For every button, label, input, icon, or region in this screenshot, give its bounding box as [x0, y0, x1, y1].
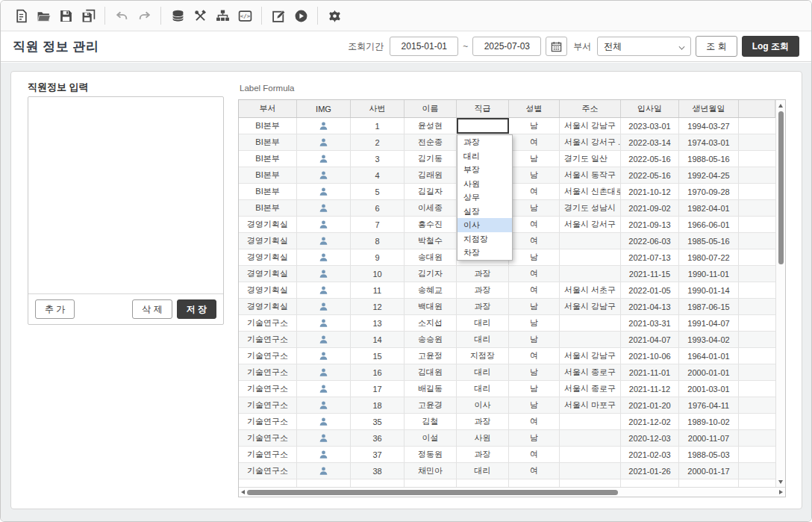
cell-name[interactable]: 고윤경 — [405, 397, 457, 413]
cell-birth_date[interactable]: 1988-05-03 — [679, 447, 739, 462]
cell-name[interactable]: 김철 — [405, 414, 457, 429]
cell-address[interactable]: 서울시 서초구 — [560, 282, 621, 298]
cell-birth_date[interactable]: 1993-04-02 — [679, 332, 739, 347]
scroll-down-arrow-icon[interactable] — [778, 480, 783, 484]
column-header-hire_date[interactable]: 입사일 — [621, 100, 679, 117]
cell-position[interactable]: 지점장 — [457, 348, 509, 364]
cell-id[interactable]: 1 — [351, 118, 405, 134]
cell-address[interactable]: 서울시 강서구 ... — [560, 134, 621, 150]
redo-icon[interactable] — [133, 4, 155, 27]
cell-hire_date[interactable]: 2021-09-02 — [621, 200, 679, 216]
column-header-id[interactable]: 사번 — [351, 100, 405, 117]
column-header-img[interactable]: IMG — [297, 100, 351, 117]
cell-img[interactable] — [297, 151, 351, 167]
cell-id[interactable]: 8 — [351, 233, 405, 249]
cell-dept[interactable]: 기술연구소 — [239, 414, 297, 429]
cell-img[interactable] — [297, 414, 351, 429]
edit-icon[interactable] — [267, 4, 290, 27]
cell-id[interactable]: 6 — [351, 200, 405, 216]
cell-address[interactable] — [560, 414, 621, 429]
cell-name[interactable]: 송승원 — [405, 332, 457, 347]
cell-birth_date[interactable]: 1974-03-01 — [679, 134, 739, 150]
cell-position[interactable]: 과장 — [457, 414, 509, 429]
cell-hire_date[interactable]: 2021-01-26 — [621, 463, 679, 479]
cell-address[interactable]: 서울시 강남구 — [560, 299, 621, 314]
cell-gender[interactable]: 남 — [509, 249, 560, 265]
cell-position[interactable]: 대리 — [457, 315, 509, 331]
cell-img[interactable] — [297, 364, 351, 380]
cell-id[interactable]: 12 — [351, 299, 405, 314]
scroll-up-arrow-icon[interactable] — [778, 104, 783, 108]
cell-name[interactable]: 이설 — [405, 430, 457, 446]
dropdown-item[interactable]: 부장 — [457, 163, 512, 177]
cell-name[interactable]: 송대원 — [405, 249, 457, 265]
cell-dept[interactable]: BI본부 — [239, 151, 297, 167]
cell-id[interactable]: 10 — [351, 266, 405, 282]
cell-name[interactable]: 김기동 — [405, 151, 457, 167]
cell-name[interactable]: 정동원 — [405, 447, 457, 462]
cell-id[interactable]: 37 — [351, 447, 405, 462]
cell-gender[interactable]: 남 — [509, 167, 560, 183]
dropdown-item[interactable]: 이사 — [457, 218, 512, 232]
cell-gender[interactable]: 여 — [509, 134, 560, 150]
cell-hire_date[interactable]: 2022-06-03 — [621, 233, 679, 249]
dropdown-item[interactable]: 상무 — [457, 190, 512, 205]
cell-hire_date[interactable]: 2023-03-01 — [621, 118, 679, 134]
cell-position[interactable]: 이사 — [457, 397, 509, 413]
cell-address[interactable] — [560, 249, 621, 265]
cell-dept[interactable]: BI본부 — [239, 118, 297, 134]
cell-name[interactable]: 채민아 — [405, 463, 457, 479]
cell-id[interactable]: 3 — [351, 151, 405, 167]
cell-hire_date[interactable]: 2021-02-03 — [621, 447, 679, 462]
dropdown-item[interactable]: 차장 — [457, 246, 512, 260]
log-search-button[interactable]: Log 조회 — [742, 36, 799, 57]
new-document-icon[interactable] — [10, 4, 32, 27]
cell-hire_date[interactable]: 2021-11-01 — [621, 364, 679, 380]
cell-hire_date[interactable]: 2021-10-12 — [621, 184, 679, 199]
cell-gender[interactable]: 여 — [509, 266, 560, 282]
cell-hire_date[interactable]: 2021-07-13 — [621, 249, 679, 265]
cell-dept[interactable]: BI본부 — [239, 200, 297, 216]
cell-id[interactable]: 4 — [351, 167, 405, 183]
cell-gender[interactable]: 여 — [509, 414, 560, 429]
cell-address[interactable]: 서울시 종로구 — [560, 381, 621, 397]
cell-dept[interactable]: 기술연구소 — [239, 447, 297, 462]
cell-dept[interactable]: 기술연구소 — [239, 348, 297, 364]
dropdown-item[interactable]: 대리 — [457, 149, 512, 164]
date-from-input[interactable] — [390, 37, 458, 56]
cell-dept[interactable]: 경영기획실 — [239, 299, 297, 314]
cell-name[interactable]: 김래원 — [405, 167, 457, 183]
cell-img[interactable] — [297, 299, 351, 314]
cell-gender[interactable]: 남 — [509, 151, 560, 167]
cell-address[interactable]: 경기도 일산 — [560, 151, 621, 167]
database-icon[interactable] — [166, 4, 189, 27]
cell-img[interactable] — [297, 266, 351, 282]
save-icon[interactable] — [54, 4, 77, 27]
cell-dept[interactable]: BI본부 — [239, 167, 297, 183]
cell-dept[interactable]: BI본부 — [239, 134, 297, 150]
cell-address[interactable]: 서울시 강남구 — [560, 348, 621, 364]
cell-dept[interactable]: 경영기획실 — [239, 266, 297, 282]
employee-input-box[interactable]: 추 가 삭 제 저 장 — [28, 96, 224, 325]
cell-img[interactable] — [297, 184, 351, 199]
scroll-right-arrow-icon[interactable] — [779, 490, 783, 494]
cell-dept[interactable]: 경영기획실 — [239, 233, 297, 249]
cell-hire_date[interactable]: 2021-11-12 — [621, 381, 679, 397]
cell-birth_date[interactable]: 1976-04-11 — [679, 397, 739, 413]
cell-birth_date[interactable]: 1988-05-16 — [679, 151, 739, 167]
cell-id[interactable]: 15 — [351, 348, 405, 364]
sitemap-icon[interactable] — [211, 4, 234, 27]
cell-dept[interactable]: 경영기획실 — [239, 282, 297, 298]
cell-name[interactable]: 고윤정 — [405, 348, 457, 364]
vertical-scroll-thumb[interactable] — [778, 111, 784, 264]
cell-id[interactable]: 5 — [351, 184, 405, 199]
cell-hire_date[interactable]: 2022-05-16 — [621, 167, 679, 183]
cell-address[interactable] — [560, 447, 621, 462]
cell-address[interactable] — [560, 332, 621, 347]
cell-address[interactable] — [560, 266, 621, 282]
cell-birth_date[interactable]: 2001-03-01 — [679, 381, 739, 397]
cell-hire_date[interactable]: 2022-01-05 — [621, 282, 679, 298]
column-header-birth_date[interactable]: 생년월일 — [679, 100, 739, 117]
cell-name[interactable]: 홍수진 — [405, 217, 457, 232]
cell-dept[interactable]: 기술연구소 — [239, 397, 297, 413]
